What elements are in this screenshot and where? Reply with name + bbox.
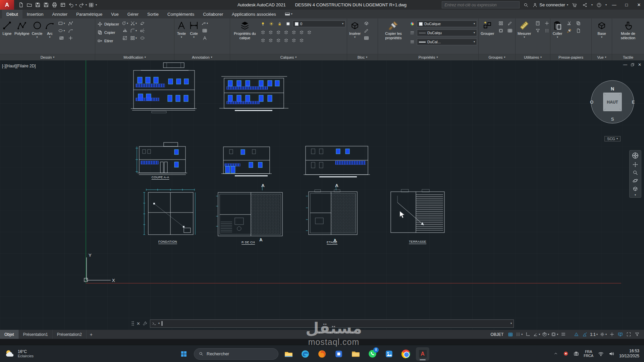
tab-sortie[interactable]: Sortie: [143, 10, 163, 18]
mirror-tool[interactable]: [121, 27, 128, 34]
layer-isolate-tool[interactable]: [267, 29, 274, 36]
help-icon[interactable]: [595, 1, 603, 9]
tab-collaborer[interactable]: Collaborer: [199, 10, 227, 18]
help-search-input[interactable]: [444, 3, 517, 7]
ribbon-minimize-toggle[interactable]: ▾: [285, 10, 292, 18]
ortho-toggle[interactable]: [524, 330, 532, 339]
table-tool[interactable]: [201, 27, 208, 34]
new-layout-button[interactable]: +: [87, 330, 96, 339]
steering-wheel-icon[interactable]: [631, 152, 639, 160]
annotation-visibility-toggle[interactable]: [572, 330, 581, 339]
folder-button[interactable]: [349, 347, 362, 361]
paste-special-tool[interactable]: [574, 27, 583, 34]
annotation-monitor-toggle[interactable]: [608, 330, 616, 339]
photos-button[interactable]: [382, 347, 396, 361]
grid-toggle[interactable]: [506, 330, 515, 339]
minimize-button[interactable]: —: [609, 0, 619, 10]
lineweight-icon[interactable]: [409, 39, 416, 46]
panel-label-presse-papiers[interactable]: Presse-papiers: [550, 54, 591, 60]
tab-vue[interactable]: Vue: [107, 10, 123, 18]
viewcube-west[interactable]: O: [590, 100, 593, 105]
base-button[interactable]: Base ▾: [596, 20, 607, 39]
layer-select[interactable]: 0 ▾: [293, 20, 345, 27]
viewcube-south[interactable]: S: [611, 117, 614, 122]
search-icon[interactable]: [522, 1, 530, 9]
copier-button[interactable]: Copier: [97, 28, 120, 37]
point-style-tool[interactable]: [542, 27, 550, 34]
panel-label-vue[interactable]: Vue▾: [592, 54, 612, 60]
store-cart-icon[interactable]: [571, 1, 579, 9]
rotate-tool[interactable]: ▾: [121, 20, 128, 27]
command-grip[interactable]: [131, 321, 134, 326]
clean-screen-toggle[interactable]: [625, 330, 633, 339]
proprietes-calque-button[interactable]: Propriétés du calque: [231, 20, 258, 41]
ligne-button[interactable]: Ligne: [1, 20, 13, 37]
show-motion-icon[interactable]: [632, 186, 638, 192]
tray-record-icon[interactable]: [563, 351, 569, 357]
block-attributes-tool[interactable]: [363, 35, 370, 42]
layer-on-all-tool[interactable]: [267, 37, 274, 44]
save-as-button[interactable]: [42, 1, 50, 9]
panel-label-proprietes[interactable]: Propriétés▾: [378, 54, 478, 60]
tray-snip-icon[interactable]: [573, 351, 579, 357]
qat-customize-dropdown[interactable]: ▾: [96, 4, 97, 6]
sign-in-button[interactable]: Se connecter ▾: [532, 2, 568, 8]
array-tool[interactable]: ▾: [130, 35, 137, 42]
layer-lock-icon[interactable]: [276, 20, 283, 27]
ellipse-tool[interactable]: ▾: [57, 27, 66, 34]
panel-label-modification[interactable]: Modification▾: [95, 54, 174, 60]
osnap-toggle[interactable]: ▾: [550, 330, 559, 339]
layer-copy-tool[interactable]: [298, 37, 305, 44]
layer-prev-tool[interactable]: [298, 29, 305, 36]
group-edit-tool[interactable]: [505, 20, 514, 27]
new-file-button[interactable]: [17, 1, 25, 9]
whatsapp-button[interactable]: 8: [366, 347, 379, 361]
sheet-set-button[interactable]: [59, 1, 67, 9]
polyline2-tool[interactable]: [66, 20, 75, 27]
layout-tab-presentation1[interactable]: Présentation1: [19, 330, 53, 339]
plot-button[interactable]: [50, 1, 58, 9]
cercle-button[interactable]: Cercle ▾: [31, 20, 43, 39]
explode-tool[interactable]: [139, 27, 146, 34]
redo-button[interactable]: [77, 1, 85, 9]
model-space-canvas[interactable]: [-][Haut][Filaire 2D] — ✕ .ln{stroke:#dc…: [0, 60, 644, 330]
command-input[interactable]: ▾ ▾: [150, 319, 514, 328]
store-button[interactable]: [332, 347, 345, 361]
scale-tool[interactable]: [121, 35, 128, 42]
copy-clip-tool[interactable]: [574, 20, 583, 27]
panel-label-groupes[interactable]: Groupes▾: [479, 54, 515, 60]
quick-calc-tool[interactable]: [533, 20, 542, 27]
scg-control[interactable]: SCG▾: [604, 136, 621, 141]
undo-button[interactable]: [67, 1, 75, 9]
tab-debut[interactable]: Début: [2, 10, 22, 18]
save-button[interactable]: [34, 1, 42, 9]
arc-button[interactable]: Arc ▾: [44, 20, 55, 39]
open-file-button[interactable]: [25, 1, 33, 9]
viewcube-east[interactable]: E: [632, 100, 635, 105]
panel-label-annotation[interactable]: Annotation▾: [174, 54, 230, 60]
copier-proprietes-button[interactable]: Copier les propriétés: [379, 20, 408, 41]
grouper-button[interactable]: Grouper: [480, 20, 495, 37]
orbit-icon[interactable]: [632, 178, 638, 184]
trim-tool[interactable]: ▾: [130, 20, 137, 27]
layer-color-icon[interactable]: [284, 20, 292, 27]
edge-button[interactable]: [299, 347, 312, 361]
start-button[interactable]: [177, 347, 191, 361]
taskbar-weather-widget[interactable]: 16°C Eclaircies: [5, 349, 34, 359]
viewcube[interactable]: N O E S HAUT: [590, 80, 635, 123]
layer-thaw-icon[interactable]: [268, 20, 275, 27]
share-dropdown[interactable]: ▾: [591, 4, 593, 6]
panel-label-bloc[interactable]: Bloc▾: [347, 54, 378, 60]
layout-tab-presentation2[interactable]: Présentation2: [53, 330, 87, 339]
quick-select-tool[interactable]: [533, 27, 542, 34]
help-dropdown[interactable]: ▾: [605, 4, 607, 6]
volume-icon[interactable]: [608, 351, 615, 357]
cote-button[interactable]: Cote ▾: [188, 20, 200, 39]
leader-tool[interactable]: ▾: [201, 20, 208, 27]
zoom-icon[interactable]: [632, 170, 638, 176]
ungroup-tool[interactable]: [496, 20, 505, 27]
tray-chevron-up-icon[interactable]: [553, 351, 558, 356]
layer-unisolate-tool[interactable]: [259, 37, 267, 44]
layer-freeze-tool[interactable]: [275, 29, 282, 36]
viewport-restore-icon[interactable]: [631, 63, 635, 67]
